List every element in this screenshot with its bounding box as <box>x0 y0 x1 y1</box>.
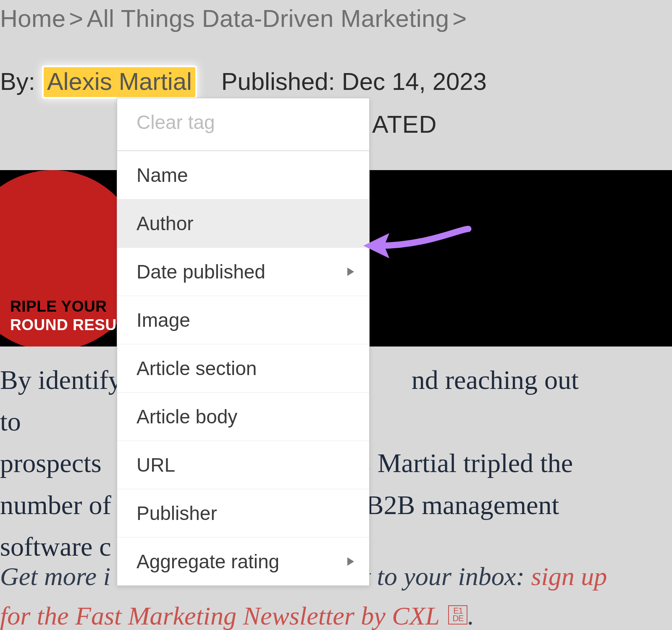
menu-item-author[interactable]: Author <box>117 199 369 247</box>
menu-item-publisher[interactable]: Publisher <box>117 489 369 537</box>
by-label: By: <box>0 67 35 95</box>
menu-item-aggregate-rating-label: Aggregate rating <box>136 551 279 572</box>
menu-item-date-published[interactable]: Date published <box>117 247 369 296</box>
breadcrumb-sep-1: > <box>66 5 87 32</box>
menu-clear-tag[interactable]: Clear tag <box>117 98 369 150</box>
menu-item-image[interactable]: Image <box>117 296 369 344</box>
menu-item-article-section[interactable]: Article section <box>117 344 369 392</box>
published: Published: Dec 14, 2023 <box>221 67 487 95</box>
chevron-right-icon <box>347 268 354 276</box>
published-label: Published: <box>221 68 335 95</box>
byline-row: By: Alexis Martial Published: Dec 14, 20… <box>0 67 487 97</box>
tag-menu: Clear tag Name Author Date published Ima… <box>117 98 370 586</box>
signup-link-cont[interactable]: for the Fast Marketing Newsletter by CXL <box>0 601 439 630</box>
breadcrumb-home[interactable]: Home <box>0 5 66 32</box>
breadcrumb-sep-2: > <box>449 5 470 32</box>
menu-item-url[interactable]: URL <box>117 441 369 489</box>
breadcrumb: Home>All Things Data-Driven Marketing> <box>0 4 470 32</box>
menu-item-article-body[interactable]: Article body <box>117 392 369 441</box>
chevron-right-icon <box>347 557 354 566</box>
breadcrumb-category[interactable]: All Things Data-Driven Marketing <box>87 5 449 32</box>
menu-item-name[interactable]: Name <box>117 151 369 199</box>
menu-item-date-published-label: Date published <box>136 261 265 283</box>
hero-text-line1: RIPLE YOUR <box>10 298 107 315</box>
menu-item-aggregate-rating[interactable]: Aggregate rating <box>117 537 369 585</box>
signup-link[interactable]: sign up <box>531 562 607 591</box>
author-highlighted[interactable]: Alexis Martial <box>44 67 195 97</box>
published-date: Dec 14, 2023 <box>342 68 487 95</box>
updated-fragment: ATED <box>372 110 437 138</box>
language-badge-icon: E1DE <box>448 605 467 625</box>
